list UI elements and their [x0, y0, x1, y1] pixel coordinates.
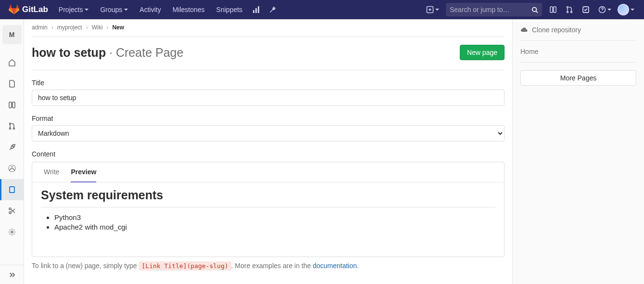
page-header: how to setup · Create Page New page	[32, 37, 505, 70]
sidenav-merge-requests[interactable]	[0, 116, 24, 137]
page-title: how to setup	[32, 46, 106, 59]
chevron-down-icon	[607, 9, 611, 11]
search-box[interactable]	[446, 3, 542, 16]
todo-icon	[582, 6, 590, 13]
svg-point-21	[9, 212, 11, 214]
sidenav-wiki[interactable]	[0, 179, 24, 200]
issues-icon	[549, 6, 557, 13]
svg-rect-6	[554, 7, 556, 13]
issues-icon	[8, 101, 16, 109]
home-icon	[8, 59, 16, 66]
nav-projects[interactable]: Projects	[53, 0, 95, 19]
crumb-wiki[interactable]: Wiki	[92, 24, 103, 31]
svg-point-4	[532, 7, 537, 12]
project-sidenav: M	[0, 19, 24, 284]
chevron-right-icon: ›	[86, 24, 88, 31]
svg-point-22	[11, 231, 13, 233]
tanuki-icon	[9, 4, 19, 15]
nav-todos[interactable]	[578, 0, 594, 19]
merge-request-icon	[8, 122, 16, 130]
more-pages-button[interactable]: More Pages	[520, 70, 636, 86]
nav-admin[interactable]	[265, 0, 281, 19]
nav-merge-requests[interactable]	[561, 0, 578, 19]
book-icon	[8, 186, 16, 194]
sidenav-ci[interactable]	[0, 137, 24, 158]
chevron-double-right-icon	[8, 271, 16, 279]
question-icon	[598, 6, 606, 13]
crumb-current: New	[112, 24, 124, 31]
svg-rect-0	[253, 10, 254, 13]
svg-rect-1	[255, 8, 257, 13]
wiki-home-link[interactable]: Home	[520, 41, 636, 63]
svg-point-8	[567, 12, 568, 13]
nav-issues[interactable]	[545, 0, 561, 19]
chevron-down-icon	[124, 9, 128, 11]
svg-rect-13	[13, 102, 15, 108]
svg-point-7	[567, 7, 568, 8]
svg-point-9	[571, 12, 572, 13]
new-page-button[interactable]: New page	[460, 45, 505, 60]
title-label: Title	[32, 79, 505, 87]
preview-body: System requirements Python3 Apache2 with…	[32, 182, 504, 257]
tab-preview[interactable]: Preview	[71, 168, 96, 182]
gear-icon	[8, 228, 16, 236]
format-select[interactable]: Markdown	[32, 125, 505, 142]
format-label: Format	[32, 115, 505, 122]
nav-user-menu[interactable]	[615, 0, 636, 19]
wrench-icon	[269, 6, 277, 13]
clone-repository-link[interactable]: Clone repository	[520, 26, 636, 41]
chevron-right-icon: ›	[51, 24, 53, 31]
sidenav-snippets[interactable]	[0, 200, 24, 221]
scissors-icon	[8, 207, 16, 215]
crumb-project[interactable]: myproject	[57, 24, 82, 31]
merge-request-icon	[566, 6, 573, 13]
nav-milestones[interactable]: Milestones	[167, 0, 211, 19]
operations-icon	[8, 165, 16, 172]
wiki-sidebar: Clone repository Home More Pages	[513, 19, 644, 284]
help-code: [Link Title](page-slug)	[139, 261, 231, 271]
sidenav-issues[interactable]	[0, 94, 24, 116]
svg-point-16	[13, 128, 14, 129]
plus-square-icon	[426, 6, 434, 13]
sidenav-settings[interactable]	[0, 221, 24, 243]
nav-plus[interactable]	[422, 0, 443, 19]
project-avatar[interactable]: M	[2, 25, 22, 44]
doc-icon	[8, 80, 16, 88]
editor-box: Write Preview System requirements Python…	[32, 162, 505, 257]
chart-icon	[253, 6, 260, 13]
sidenav-operations[interactable]	[0, 158, 24, 179]
title-input[interactable]	[32, 90, 505, 106]
sidenav-home[interactable]	[0, 52, 24, 73]
svg-rect-19	[10, 187, 14, 193]
crumb-admin[interactable]: admin	[32, 24, 48, 31]
content-label: Content	[32, 150, 505, 158]
chevron-down-icon	[435, 9, 439, 11]
svg-point-20	[9, 208, 11, 210]
list-item: Apache2 with mod_cgi	[54, 223, 495, 231]
nav-metrics[interactable]	[248, 0, 265, 19]
svg-rect-2	[258, 6, 259, 13]
svg-rect-12	[9, 102, 12, 108]
nav-groups[interactable]: Groups	[94, 0, 134, 19]
main-content: admin › myproject › Wiki › New how to se…	[24, 19, 513, 284]
sidenav-collapse[interactable]	[0, 265, 24, 284]
nav-activity[interactable]: Activity	[134, 0, 166, 19]
chevron-down-icon	[85, 9, 88, 11]
search-input[interactable]	[450, 6, 531, 13]
nav-help[interactable]	[594, 0, 615, 19]
cloud-download-icon	[520, 26, 528, 34]
svg-point-14	[9, 123, 11, 125]
svg-point-17	[13, 146, 13, 147]
tab-write[interactable]: Write	[44, 168, 59, 182]
breadcrumb: admin › myproject › Wiki › New	[32, 24, 505, 37]
search-icon	[531, 6, 538, 13]
svg-point-15	[9, 128, 11, 129]
preview-heading: System requirements	[41, 188, 495, 207]
list-item: Python3	[54, 213, 495, 221]
sidenav-repository[interactable]	[0, 73, 24, 94]
gitlab-logo[interactable]: GitLab	[4, 4, 53, 15]
chevron-right-icon: ›	[106, 24, 108, 31]
avatar	[618, 4, 629, 15]
nav-snippets[interactable]: Snippets	[211, 0, 248, 19]
documentation-link[interactable]: documentation	[313, 262, 357, 270]
